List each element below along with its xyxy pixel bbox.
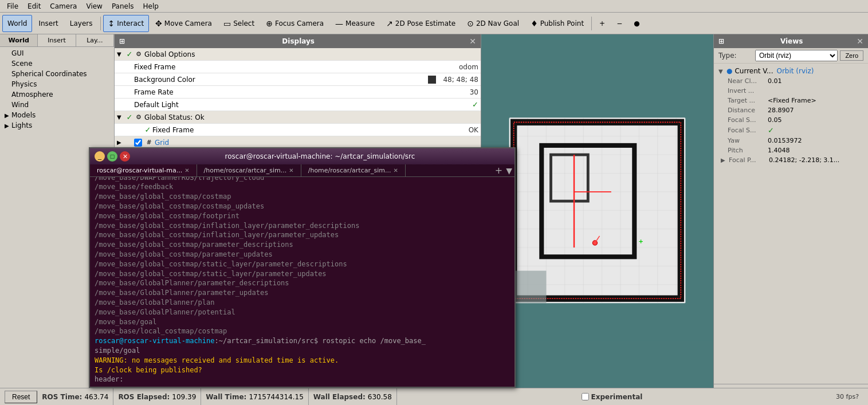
- terminal-line: /move_base/global_costmap/costmap_update…: [95, 202, 510, 211]
- terminal-tab-1[interactable]: roscar@roscar-virtual-ma... ✕: [90, 164, 197, 176]
- terminal-tab-2-close[interactable]: ✕: [289, 167, 293, 174]
- terminal-line: /move_base/global_costmap/static_layer/p…: [95, 259, 510, 269]
- left-tree-spherical[interactable]: Spherical Coordinates: [0, 69, 114, 79]
- prop-value: 28.8907: [768, 107, 794, 114]
- disp-global-status[interactable]: ▼ ✓ ⚙ Global Status: Ok: [115, 111, 481, 124]
- terminal-window: _ □ ✕ roscar@roscar-virtual-machine: ~/a…: [89, 147, 516, 388]
- experimental-checkbox[interactable]: [582, 393, 589, 400]
- views-close-btn[interactable]: ✕: [857, 37, 863, 46]
- terminal-tab-2-label: /home/roscar/artcar_sim...: [204, 167, 287, 174]
- left-tree-physics[interactable]: Physics: [0, 79, 114, 89]
- left-tree-physics-label: Physics: [11, 80, 37, 88]
- terminal-add-tab[interactable]: +: [495, 165, 502, 176]
- toolbar: World Insert Layers ↕ Interact ✥ Move Ca…: [0, 13, 868, 34]
- type-select[interactable]: Orbit (rviz): [755, 50, 838, 61]
- left-tabs: World Insert Lay...: [0, 34, 114, 47]
- close-btn[interactable]: ✕: [120, 151, 130, 162]
- terminal-settings-icon[interactable]: ▼: [506, 166, 512, 175]
- btn-2d-pose-label: 2D Pose Estimate: [395, 19, 455, 27]
- wall-elapsed-label: Wall Elapsed:: [313, 393, 366, 401]
- btn-2d-pose[interactable]: ↗ 2D Pose Estimate: [381, 15, 461, 32]
- terminal-tab-2[interactable]: /home/roscar/artcar_sim... ✕: [197, 164, 301, 176]
- btn-publish-point[interactable]: ♦ Publish Point: [525, 15, 589, 32]
- left-tree-wind[interactable]: Wind: [0, 100, 114, 110]
- btn-extra-plus[interactable]: +: [594, 15, 610, 32]
- color-box[interactable]: [428, 76, 436, 84]
- expand-icon[interactable]: ▼: [117, 51, 125, 57]
- tab-world-label: World: [7, 19, 27, 27]
- menu-panels[interactable]: Panels: [107, 1, 139, 11]
- menu-view[interactable]: View: [81, 1, 107, 11]
- menu-bar: File Edit Camera View Panels Help: [0, 0, 868, 13]
- current-view-item[interactable]: ▼ ● Current V... Orbit (rviz): [714, 66, 868, 76]
- btn-interact[interactable]: ↕ Interact: [103, 15, 150, 32]
- left-tree-models-label: Models: [11, 111, 36, 119]
- left-tab-layers[interactable]: Lay...: [76, 34, 114, 46]
- btn-2d-nav[interactable]: ⊙ 2D Nav Goal: [462, 15, 524, 32]
- btn-select[interactable]: ▭ Select: [218, 15, 260, 32]
- terminal-tab-1-close[interactable]: ✕: [184, 167, 189, 174]
- maximize-btn[interactable]: □: [107, 151, 117, 162]
- btn-measure[interactable]: — Measure: [330, 15, 380, 32]
- zero-btn[interactable]: Zero: [840, 50, 863, 61]
- minimize-btn[interactable]: _: [95, 151, 105, 162]
- prop-name: Near Cl...: [728, 77, 768, 85]
- btn-extra-dot[interactable]: ●: [629, 15, 645, 32]
- displays-titlebar: ⊞ Displays ✕: [115, 34, 481, 48]
- prop-yaw: Yaw 0.0153972: [714, 136, 868, 146]
- displays-close-btn[interactable]: ✕: [469, 37, 476, 46]
- prop-focal-s2: Focal S... ✓: [714, 125, 868, 136]
- terminal-tab-3-label: /home/roscar/artcar_sim...: [308, 167, 391, 174]
- left-tree-gui[interactable]: GUI: [0, 48, 114, 58]
- disp-name: Global Options: [144, 50, 478, 58]
- left-tree-scene[interactable]: Scene: [0, 58, 114, 69]
- grid-checkbox[interactable]: [134, 139, 142, 147]
- terminal-tab-3[interactable]: /home/roscar/artcar_sim... ✕: [301, 164, 406, 176]
- reset-btn[interactable]: Reset: [5, 391, 37, 403]
- current-view-value: Orbit (rviz): [776, 67, 814, 75]
- terminal-line: /move_base/GlobalPlanner/parameter_updat…: [95, 288, 510, 298]
- check-icon: ✓: [125, 113, 134, 121]
- disp-global-options[interactable]: ▼ ✓ ⚙ Global Options: [115, 48, 481, 61]
- btn-move-camera-label: Move Camera: [164, 19, 212, 27]
- check-icon: ✓: [125, 50, 134, 58]
- ros-elapsed-segment: ROS Elapsed: 109.39: [113, 388, 201, 405]
- terminal-line: /move_base/global_costmap/parameter_upda…: [95, 250, 510, 259]
- check-icon: ✓: [143, 125, 152, 134]
- tab-insert[interactable]: Insert: [33, 15, 63, 32]
- btn-extra-minus[interactable]: −: [611, 15, 627, 32]
- left-tab-world[interactable]: World: [0, 34, 38, 46]
- terminal-line: /move_base/GlobalPlanner/plan: [95, 298, 510, 308]
- terminal-tab-3-close[interactable]: ✕: [393, 167, 398, 174]
- tab-layers[interactable]: Layers: [65, 15, 98, 32]
- left-tree-lights[interactable]: ▶ Lights: [0, 120, 114, 131]
- view-3d[interactable]: ◀ ▶: [481, 34, 713, 405]
- btn-focus-camera[interactable]: ⊕ Focus Camera: [261, 15, 329, 32]
- terminal-content[interactable]: /move_base/DWAPlannerROS/parameter_descr…: [90, 177, 514, 387]
- terminal-line: /move_base/local_costmap/costmap: [95, 327, 510, 336]
- left-tree-models[interactable]: ▶ Models: [0, 110, 114, 120]
- prop-distance: Distance 28.8907: [714, 105, 868, 115]
- left-tree-gui-label: GUI: [11, 49, 24, 57]
- menu-camera[interactable]: Camera: [45, 1, 81, 11]
- left-tab-insert[interactable]: Insert: [38, 34, 76, 46]
- tab-world[interactable]: World: [2, 15, 32, 32]
- prop-focal-p: ▶ Focal P... 0.24182; -2.218; 3.1...: [714, 155, 868, 165]
- prop-value: ✓: [768, 126, 774, 135]
- expand-icon[interactable]: ▼: [718, 68, 725, 74]
- menu-help[interactable]: Help: [139, 1, 163, 11]
- btn-2d-nav-label: 2D Nav Goal: [476, 19, 519, 27]
- btn-publish-point-label: Publish Point: [540, 19, 584, 27]
- disp-value: odom: [459, 63, 478, 71]
- expand-icon: ▶: [5, 123, 10, 129]
- expand-icon[interactable]: ▶: [721, 157, 728, 163]
- disp-value: ✓: [472, 100, 478, 109]
- measure-icon: —: [335, 19, 343, 28]
- left-tree-atmosphere[interactable]: Atmosphere: [0, 89, 114, 100]
- menu-file[interactable]: File: [2, 1, 23, 11]
- btn-move-camera[interactable]: ✥ Move Camera: [150, 15, 217, 32]
- terminal-line: /move_base/global_costmap/parameter_desc…: [95, 240, 510, 250]
- menu-edit[interactable]: Edit: [23, 1, 45, 11]
- expand-icon[interactable]: ▶: [117, 139, 125, 146]
- expand-icon[interactable]: ▼: [117, 114, 125, 120]
